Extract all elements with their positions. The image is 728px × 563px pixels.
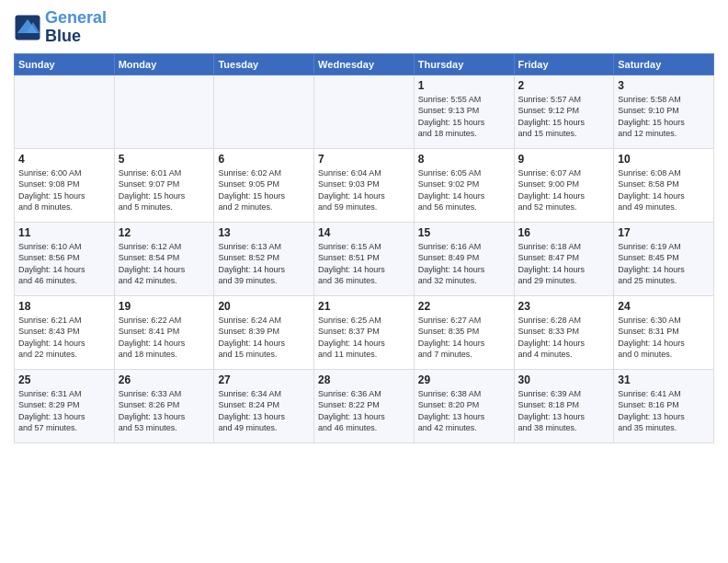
day-cell: 24Sunrise: 6:30 AM Sunset: 8:31 PM Dayli…	[614, 295, 714, 369]
day-cell: 31Sunrise: 6:41 AM Sunset: 8:16 PM Dayli…	[614, 369, 714, 442]
day-cell: 18Sunrise: 6:21 AM Sunset: 8:43 PM Dayli…	[15, 295, 115, 369]
day-cell: 4Sunrise: 6:00 AM Sunset: 9:08 PM Daylig…	[15, 148, 115, 222]
day-cell: 9Sunrise: 6:07 AM Sunset: 9:00 PM Daylig…	[514, 148, 614, 222]
day-cell: 5Sunrise: 6:01 AM Sunset: 9:07 PM Daylig…	[114, 148, 214, 222]
day-number: 19	[119, 300, 210, 313]
day-info: Sunrise: 6:27 AM Sunset: 8:35 PM Dayligh…	[418, 315, 510, 361]
day-info: Sunrise: 6:02 AM Sunset: 9:05 PM Dayligh…	[218, 167, 310, 213]
day-cell	[15, 75, 115, 148]
week-row-2: 4Sunrise: 6:00 AM Sunset: 9:08 PM Daylig…	[15, 148, 714, 222]
day-cell: 29Sunrise: 6:38 AM Sunset: 8:20 PM Dayli…	[414, 369, 514, 442]
day-number: 28	[318, 373, 410, 386]
day-number: 18	[18, 300, 110, 313]
day-info: Sunrise: 6:13 AM Sunset: 8:52 PM Dayligh…	[218, 241, 310, 287]
day-cell: 21Sunrise: 6:25 AM Sunset: 8:37 PM Dayli…	[314, 295, 415, 369]
weekday-header-saturday: Saturday	[614, 53, 714, 75]
logo-name: GeneralBlue	[45, 9, 107, 46]
day-cell: 30Sunrise: 6:39 AM Sunset: 8:18 PM Dayli…	[514, 369, 614, 442]
day-number: 8	[418, 153, 510, 166]
day-cell	[114, 75, 214, 148]
day-info: Sunrise: 6:07 AM Sunset: 9:00 PM Dayligh…	[518, 167, 610, 213]
day-cell: 7Sunrise: 6:04 AM Sunset: 9:03 PM Daylig…	[314, 148, 415, 222]
day-info: Sunrise: 5:57 AM Sunset: 9:12 PM Dayligh…	[518, 94, 610, 140]
weekday-header-monday: Monday	[114, 53, 214, 75]
day-cell: 27Sunrise: 6:34 AM Sunset: 8:24 PM Dayli…	[214, 369, 314, 442]
week-row-4: 18Sunrise: 6:21 AM Sunset: 8:43 PM Dayli…	[15, 295, 714, 369]
day-info: Sunrise: 6:22 AM Sunset: 8:41 PM Dayligh…	[119, 315, 210, 361]
day-info: Sunrise: 5:55 AM Sunset: 9:13 PM Dayligh…	[418, 94, 510, 140]
day-number: 12	[119, 226, 210, 239]
day-number: 9	[518, 153, 610, 166]
day-number: 21	[318, 300, 410, 313]
day-cell: 2Sunrise: 5:57 AM Sunset: 9:12 PM Daylig…	[514, 75, 614, 148]
day-cell: 13Sunrise: 6:13 AM Sunset: 8:52 PM Dayli…	[214, 222, 314, 295]
day-cell: 6Sunrise: 6:02 AM Sunset: 9:05 PM Daylig…	[214, 148, 314, 222]
day-info: Sunrise: 6:01 AM Sunset: 9:07 PM Dayligh…	[119, 167, 210, 213]
day-cell: 16Sunrise: 6:18 AM Sunset: 8:47 PM Dayli…	[514, 222, 614, 295]
day-number: 27	[218, 373, 310, 386]
day-number: 4	[18, 153, 110, 166]
day-info: Sunrise: 6:33 AM Sunset: 8:26 PM Dayligh…	[119, 388, 210, 434]
weekday-header-row: SundayMondayTuesdayWednesdayThursdayFrid…	[15, 53, 714, 75]
day-number: 5	[119, 153, 210, 166]
day-info: Sunrise: 6:04 AM Sunset: 9:03 PM Dayligh…	[318, 167, 410, 213]
logo-icon	[14, 14, 41, 41]
day-number: 3	[618, 79, 710, 92]
day-info: Sunrise: 5:58 AM Sunset: 9:10 PM Dayligh…	[618, 94, 710, 140]
day-number: 23	[518, 300, 610, 313]
week-row-5: 25Sunrise: 6:31 AM Sunset: 8:29 PM Dayli…	[15, 369, 714, 442]
day-number: 11	[18, 226, 110, 239]
day-number: 13	[218, 226, 310, 239]
day-number: 6	[218, 153, 310, 166]
day-number: 22	[418, 300, 510, 313]
day-cell: 11Sunrise: 6:10 AM Sunset: 8:56 PM Dayli…	[15, 222, 115, 295]
day-info: Sunrise: 6:08 AM Sunset: 8:58 PM Dayligh…	[618, 167, 710, 213]
day-info: Sunrise: 6:34 AM Sunset: 8:24 PM Dayligh…	[218, 388, 310, 434]
day-cell: 26Sunrise: 6:33 AM Sunset: 8:26 PM Dayli…	[114, 369, 214, 442]
day-cell: 23Sunrise: 6:28 AM Sunset: 8:33 PM Dayli…	[514, 295, 614, 369]
calendar-table: SundayMondayTuesdayWednesdayThursdayFrid…	[14, 53, 714, 443]
day-number: 29	[418, 373, 510, 386]
day-cell: 17Sunrise: 6:19 AM Sunset: 8:45 PM Dayli…	[614, 222, 714, 295]
day-number: 10	[618, 153, 710, 166]
day-cell: 1Sunrise: 5:55 AM Sunset: 9:13 PM Daylig…	[414, 75, 514, 148]
logo: GeneralBlue	[14, 9, 107, 46]
day-cell: 20Sunrise: 6:24 AM Sunset: 8:39 PM Dayli…	[214, 295, 314, 369]
day-info: Sunrise: 6:05 AM Sunset: 9:02 PM Dayligh…	[418, 167, 510, 213]
day-number: 1	[418, 79, 510, 92]
day-number: 7	[318, 153, 410, 166]
calendar-page: GeneralBlue SundayMondayTuesdayWednesday…	[0, 0, 728, 453]
day-info: Sunrise: 6:30 AM Sunset: 8:31 PM Dayligh…	[618, 315, 710, 361]
day-cell: 12Sunrise: 6:12 AM Sunset: 8:54 PM Dayli…	[114, 222, 214, 295]
day-number: 17	[618, 226, 710, 239]
day-cell: 3Sunrise: 5:58 AM Sunset: 9:10 PM Daylig…	[614, 75, 714, 148]
day-info: Sunrise: 6:21 AM Sunset: 8:43 PM Dayligh…	[18, 315, 110, 361]
day-cell: 25Sunrise: 6:31 AM Sunset: 8:29 PM Dayli…	[15, 369, 115, 442]
weekday-header-sunday: Sunday	[15, 53, 115, 75]
day-cell: 8Sunrise: 6:05 AM Sunset: 9:02 PM Daylig…	[414, 148, 514, 222]
day-number: 30	[518, 373, 610, 386]
weekday-header-tuesday: Tuesday	[214, 53, 314, 75]
day-cell: 28Sunrise: 6:36 AM Sunset: 8:22 PM Dayli…	[314, 369, 415, 442]
weekday-header-wednesday: Wednesday	[314, 53, 415, 75]
day-cell	[314, 75, 415, 148]
day-info: Sunrise: 6:38 AM Sunset: 8:20 PM Dayligh…	[418, 388, 510, 434]
weekday-header-thursday: Thursday	[414, 53, 514, 75]
day-cell: 19Sunrise: 6:22 AM Sunset: 8:41 PM Dayli…	[114, 295, 214, 369]
day-info: Sunrise: 6:31 AM Sunset: 8:29 PM Dayligh…	[18, 388, 110, 434]
day-cell: 10Sunrise: 6:08 AM Sunset: 8:58 PM Dayli…	[614, 148, 714, 222]
day-info: Sunrise: 6:28 AM Sunset: 8:33 PM Dayligh…	[518, 315, 610, 361]
day-info: Sunrise: 6:19 AM Sunset: 8:45 PM Dayligh…	[618, 241, 710, 287]
day-info: Sunrise: 6:10 AM Sunset: 8:56 PM Dayligh…	[18, 241, 110, 287]
day-number: 26	[119, 373, 210, 386]
day-info: Sunrise: 6:00 AM Sunset: 9:08 PM Dayligh…	[18, 167, 110, 213]
day-number: 15	[418, 226, 510, 239]
day-number: 14	[318, 226, 410, 239]
day-cell: 15Sunrise: 6:16 AM Sunset: 8:49 PM Dayli…	[414, 222, 514, 295]
week-row-1: 1Sunrise: 5:55 AM Sunset: 9:13 PM Daylig…	[15, 75, 714, 148]
day-number: 20	[218, 300, 310, 313]
day-info: Sunrise: 6:24 AM Sunset: 8:39 PM Dayligh…	[218, 315, 310, 361]
day-info: Sunrise: 6:36 AM Sunset: 8:22 PM Dayligh…	[318, 388, 410, 434]
day-info: Sunrise: 6:16 AM Sunset: 8:49 PM Dayligh…	[418, 241, 510, 287]
day-info: Sunrise: 6:25 AM Sunset: 8:37 PM Dayligh…	[318, 315, 410, 361]
